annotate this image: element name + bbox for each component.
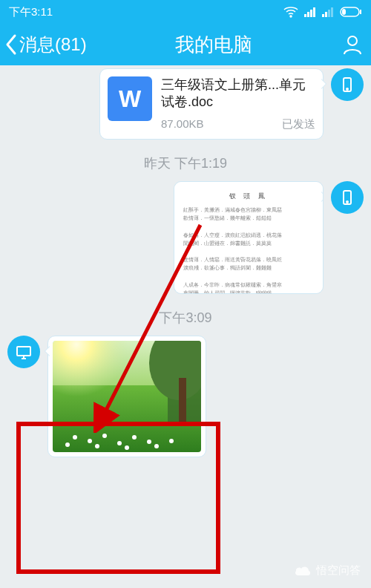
avatar-phone[interactable] xyxy=(331,181,364,214)
signal-icon xyxy=(304,7,316,17)
svg-point-29 xyxy=(147,440,151,444)
word-doc-icon: W xyxy=(108,76,152,121)
svg-point-32 xyxy=(125,445,129,450)
svg-rect-11 xyxy=(342,9,346,15)
svg-rect-7 xyxy=(328,10,330,17)
svg-rect-8 xyxy=(331,7,333,17)
avatar-phone[interactable] xyxy=(331,68,364,101)
profile-icon[interactable] xyxy=(341,33,364,56)
battery-icon xyxy=(340,7,362,17)
svg-rect-22 xyxy=(179,378,186,422)
file-bubble[interactable]: W 三年级语文上册第...单元试卷.doc 87.00KB 已发送 xyxy=(99,68,324,140)
timestamp: 下午3:09 xyxy=(0,297,371,333)
svg-point-33 xyxy=(154,444,159,448)
image-bubble[interactable] xyxy=(47,336,206,457)
chat-area[interactable]: W 三年级语文上册第...单元试卷.doc 87.00KB 已发送 昨天 下午1… xyxy=(0,65,371,588)
svg-point-28 xyxy=(132,435,137,440)
status-bar: 下午3:11 xyxy=(0,0,371,24)
svg-point-31 xyxy=(95,444,99,448)
svg-point-26 xyxy=(102,434,107,438)
svg-rect-6 xyxy=(325,12,327,17)
doc-bubble[interactable]: 钗 頭 鳳 紅酥手．黃縢酒．滿城春色宮牆柳．東風惡 歡情薄．一懷愁緒．幾年離索．… xyxy=(174,181,324,294)
file-name: 三年级语文上册第...单元试卷.doc xyxy=(161,76,315,111)
phone-icon xyxy=(338,189,356,206)
doc-preview: 钗 頭 鳳 紅酥手．黃縢酒．滿城春色宮牆柳．東風惡 歡情薄．一懷愁緒．幾年離索．… xyxy=(174,182,323,293)
status-icons xyxy=(283,6,362,18)
svg-point-25 xyxy=(88,439,92,443)
file-status: 已发送 xyxy=(282,117,315,131)
cloud-icon xyxy=(294,565,312,577)
timestamp: 昨天 下午1:19 xyxy=(0,143,371,178)
message-file[interactable]: W 三年级语文上册第...单元试卷.doc 87.00KB 已发送 xyxy=(0,65,371,143)
svg-point-24 xyxy=(73,435,77,440)
svg-point-0 xyxy=(290,16,292,17)
signal-icon-2 xyxy=(322,7,334,17)
svg-rect-10 xyxy=(360,10,361,14)
svg-rect-17 xyxy=(17,347,30,356)
svg-point-30 xyxy=(65,442,70,447)
watermark: 悟空问答 xyxy=(294,564,361,578)
message-doc-preview[interactable]: 钗 頭 鳳 紅酥手．黃縢酒．滿城春色宮牆柳．東風惡 歡情薄．一懷愁緒．幾年離索．… xyxy=(0,178,371,297)
file-size: 87.00KB xyxy=(161,117,204,131)
svg-point-16 xyxy=(347,201,348,203)
page-title: 我的电脑 xyxy=(175,32,252,58)
header: 消息(81) 我的电脑 xyxy=(0,24,371,65)
wifi-icon xyxy=(283,6,298,18)
phone-icon xyxy=(338,76,356,94)
back-button[interactable]: 消息(81) xyxy=(4,33,87,56)
svg-point-12 xyxy=(348,36,357,45)
svg-point-14 xyxy=(347,88,348,90)
svg-point-27 xyxy=(117,441,122,445)
message-image[interactable] xyxy=(0,333,371,460)
back-label: 消息(81) xyxy=(19,33,87,56)
svg-point-34 xyxy=(169,439,174,443)
avatar-computer[interactable] xyxy=(7,336,40,368)
svg-rect-5 xyxy=(322,14,324,17)
monitor-icon xyxy=(15,343,33,361)
svg-rect-2 xyxy=(307,12,309,17)
chevron-left-icon xyxy=(4,33,18,56)
svg-rect-3 xyxy=(310,10,312,17)
svg-rect-4 xyxy=(313,7,315,17)
photo-thumbnail[interactable] xyxy=(53,341,201,452)
svg-rect-1 xyxy=(304,14,306,17)
status-time: 下午3:11 xyxy=(9,5,53,19)
